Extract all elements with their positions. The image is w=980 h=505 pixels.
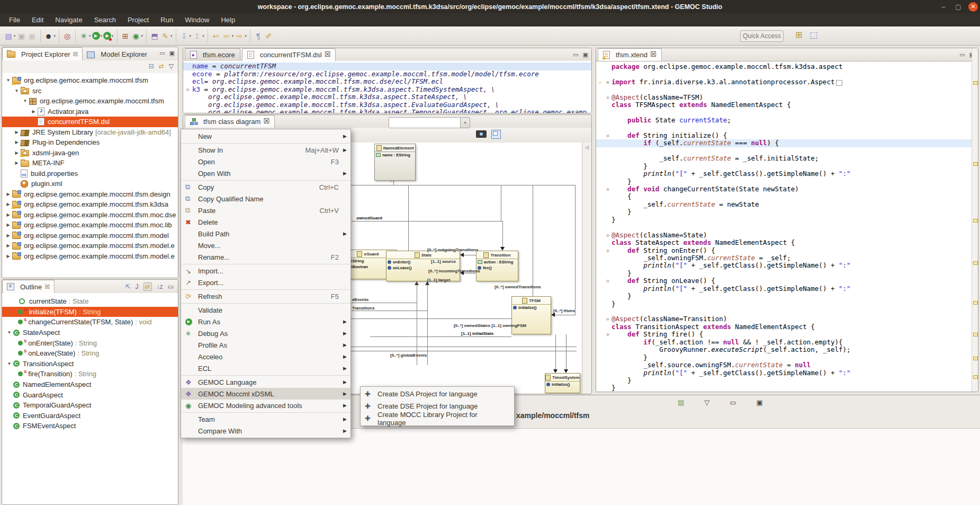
code-line[interactable]: } — [596, 384, 972, 392]
open-perspective-icon[interactable]: ⊞ — [795, 30, 802, 40]
code-line[interactable] — [596, 147, 972, 155]
menu-item-acceleo[interactable]: Acceleo▶ — [181, 351, 350, 362]
outline-item[interactable]: CEventGuardAspect — [2, 411, 178, 421]
editor-tab-concurrentTFSM-dsl[interactable]: concurrentTFSM.dsl☒ — [242, 48, 336, 61]
menu-item-build-path[interactable]: Build Path▶ — [181, 228, 350, 240]
code-line[interactable]: ⚠⊕import fr.inria.diverse.k3.al.annotati… — [596, 78, 972, 86]
code-line[interactable]: GroovyRunner.executeScript(_self.action,… — [596, 346, 972, 353]
menu-item-open[interactable]: OpenF3 — [181, 156, 350, 167]
overview-marker[interactable] — [973, 375, 978, 379]
code-line[interactable]: println("[" + _self.getClass().getSimple… — [596, 262, 972, 269]
menu-item-copy[interactable]: ⧉CopyCtrl+C — [181, 181, 350, 193]
code-line[interactable]: _self.currentState = newState — [596, 201, 972, 208]
overview-marker[interactable] — [973, 162, 978, 166]
tree-item[interactable]: ▼org.eclipse.gemoc.example.moccml.tfsm — [2, 75, 178, 86]
tree-item[interactable]: plugin.xml — [2, 179, 178, 189]
tree-item[interactable]: concurrentTFSM.dsl — [2, 117, 178, 127]
tree-item[interactable]: ▼src — [2, 86, 178, 96]
run-icon[interactable]: ▶▾ — [92, 30, 103, 42]
outline-item[interactable]: ▼CStateAspect — [2, 327, 178, 338]
code-line[interactable]: } — [596, 293, 972, 300]
palette-expand-icon[interactable]: ◁ — [582, 145, 591, 150]
sort-alpha-icon[interactable]: ↓z — [157, 283, 163, 290]
menu-search[interactable]: Search — [88, 13, 122, 26]
menu-item-show-in[interactable]: Show InMaj+Alt+W▶ — [181, 144, 350, 156]
tree-item[interactable]: ▶org.eclipse.gemoc.example.moccml.tfsm.k… — [2, 199, 178, 210]
code-line[interactable]: public State currentState; — [596, 117, 972, 124]
overview-marker[interactable] — [973, 81, 978, 85]
code-line[interactable]: ⊖ def String onLeave() { — [596, 277, 972, 285]
code-line[interactable]: org.eclipse.gemoc.example.moccml.tfsm.k3… — [183, 109, 591, 113]
class-box-transition[interactable]: Transitionaction : EStringfire() — [476, 251, 518, 281]
editor-tab-tfsm-ecore[interactable]: tfsm.ecore — [185, 48, 240, 61]
code-line[interactable]: } — [596, 178, 972, 185]
editor-tab-tfsm-xtend[interactable]: tfsm.xtend☒ — [598, 48, 662, 61]
tree-item[interactable]: ▶Plug-in Dependencies — [2, 137, 178, 148]
menu-window[interactable]: Window — [179, 13, 215, 26]
code-line[interactable] — [596, 86, 972, 93]
save-icon[interactable]: ▣ — [17, 30, 26, 42]
tab-model-explorer[interactable]: Model Explorer — [83, 48, 151, 60]
menu-item-new[interactable]: New▶ — [181, 130, 350, 142]
menu-item-gemoc-language[interactable]: ❖GEMOC Language▶ — [181, 376, 350, 388]
code-line[interactable] — [596, 109, 972, 117]
minimize-icon[interactable]: ▭ — [730, 398, 736, 406]
maximize-icon[interactable]: ▣ — [757, 398, 763, 406]
code-line[interactable]: _self.currentState = _self.initialState; — [596, 155, 972, 162]
code-line[interactable]: ⊖@Aspect(className=State) — [596, 232, 972, 239]
menu-item-team[interactable]: Team▶ — [181, 413, 350, 425]
tree-item[interactable]: ▶Activator.java — [2, 107, 178, 117]
code-line[interactable]: ⊖ def String fire() { — [596, 331, 972, 338]
code-line[interactable]: } — [596, 300, 972, 308]
overview-marker[interactable] — [973, 219, 978, 223]
link-with-editor-icon[interactable]: ⇱ — [125, 283, 131, 290]
submenu-item-create-dsa-project-for-language[interactable]: ✚Create DSA Project for language — [361, 388, 514, 400]
menu-item-delete[interactable]: ✖Delete — [181, 216, 350, 228]
tree-item[interactable]: build.properties — [2, 169, 178, 179]
code-line[interactable]: if(_self.action !== null && ! _self.acti… — [596, 339, 972, 346]
close-button[interactable]: ✕ — [968, 2, 978, 12]
code-line[interactable]: ⊖ def String onEnter() { — [596, 247, 972, 254]
code-line[interactable]: org.eclipse.gemoc.example.moccml.tfsm.k3… — [183, 101, 591, 109]
outline-item[interactable]: Minitialize(TFSM) : String — [2, 307, 178, 317]
annotation-icon[interactable]: ◎ — [62, 30, 72, 42]
outline-item[interactable]: ▼CTransitionAspect — [2, 359, 178, 369]
current-perspective-icon[interactable]: ⬚ — [810, 30, 817, 40]
outline-item[interactable]: SchangeCurrentState(TFSM, State) : void — [2, 317, 178, 327]
maximize-button[interactable]: ▢ — [954, 3, 963, 11]
minimize-icon[interactable]: ▭ — [168, 283, 174, 290]
code-line[interactable]: _self.source.owningFSM.currentState = nu… — [596, 361, 972, 369]
new-wizard-icon[interactable]: ▤▾ — [4, 30, 16, 42]
code-line[interactable]: ⊖ def String initialize() { — [596, 132, 972, 139]
class-box-timedsystem[interactable]: TimedSysteminitialize() — [545, 373, 580, 393]
class-box-state[interactable]: StateonEnter()onLeave() — [386, 251, 460, 281]
code-line[interactable]: ⊖ def void changeCurrentState(State newS… — [596, 185, 972, 193]
overview-marker[interactable] — [973, 333, 978, 336]
overview-ruler[interactable] — [972, 48, 978, 392]
tree-item[interactable]: ▶org.eclipse.gemoc.example.moccml.tfsm.m… — [2, 231, 178, 241]
tree-item[interactable]: ▶META-INF — [2, 158, 178, 169]
tree-item[interactable]: ▶org.eclipse.gemoc.example.moccml.tfsm.m… — [2, 210, 178, 220]
new-package-icon[interactable]: ⬒ — [150, 30, 159, 42]
menu-item-move-[interactable]: Move... — [181, 240, 350, 251]
tree-item[interactable]: ▶JRE System Library[oracle-java8-jdk-amd… — [2, 127, 178, 138]
code-line[interactable]: package org.eclipse.gemoc.example.moccml… — [596, 63, 972, 70]
hide-fields-icon[interactable]: J — [136, 283, 139, 290]
code-line[interactable]: } — [596, 216, 972, 224]
new-note-icon[interactable]: ▤ — [678, 398, 684, 406]
code-line[interactable]: ⊖k3 = org.eclipse.gemoc.example.moccml.t… — [183, 86, 591, 94]
external-tools-icon[interactable]: ◉▾ — [131, 30, 143, 42]
menu-item-refresh[interactable]: ⟳RefreshF5 — [181, 290, 350, 302]
tree-item[interactable]: ▶org.eclipse.gemoc.example.moccml.tfsm.d… — [2, 189, 178, 200]
menu-item-gemoc-moccml-xdsml[interactable]: ❖GEMOC Moccml xDSML▶ — [181, 388, 350, 400]
menu-item-rename-[interactable]: Rename...F2 — [181, 251, 350, 263]
outline-item[interactable]: SonEnter(State) : String — [2, 338, 178, 348]
submenu-item-create-mocc-library-project-for-language[interactable]: ✚Create MOCC Library Project for languag… — [361, 412, 514, 424]
code-line[interactable]: println("[" + _self.getClass().getSimple… — [596, 369, 972, 377]
view-menu-icon[interactable]: ▽ — [169, 63, 174, 70]
outline-item[interactable]: CGuardAspect — [2, 389, 178, 400]
overview-marker[interactable] — [973, 301, 978, 305]
combobox-dropdown-icon[interactable]: ▾ — [460, 118, 470, 128]
menu-item-import-[interactable]: ↘Import... — [181, 265, 350, 277]
tree-item[interactable]: ▶org.eclipse.gemoc.example.moccml.tfsm.m… — [2, 251, 178, 262]
